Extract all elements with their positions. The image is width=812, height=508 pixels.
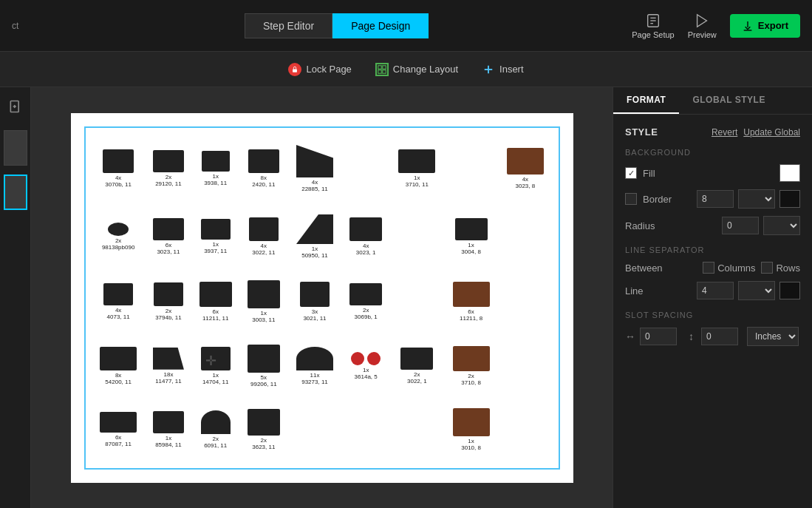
- radius-unit-select[interactable]: [763, 216, 800, 235]
- change-layout-label: Change Layout: [393, 64, 458, 75]
- part-cell: 1x3010, 8: [444, 398, 498, 462]
- part-cell: 6x87087, 11: [92, 398, 146, 462]
- part-cell: 4x22885, 11: [287, 134, 341, 204]
- step-editor-tab[interactable]: Step Editor: [245, 13, 332, 38]
- parts-table: 4x3070b, 11 2x29120, 11 1x3938, 11 8x242…: [92, 134, 553, 462]
- lock-page-button[interactable]: Lock Page: [288, 63, 351, 76]
- slot-unit-select[interactable]: Inches: [747, 327, 799, 346]
- page-thumbnail-1[interactable]: [4, 130, 27, 166]
- slot-v-input[interactable]: [701, 328, 738, 345]
- panel-body: STYLE Revert Update Global BACKGROUND Fi…: [613, 115, 812, 508]
- slot-h-input[interactable]: [640, 328, 677, 345]
- insert-icon: [482, 63, 495, 76]
- change-layout-button[interactable]: Change Layout: [375, 63, 458, 76]
- page-canvas: 4x3070b, 11 2x29120, 11 1x3938, 11 8x242…: [71, 113, 573, 483]
- fill-checkbox[interactable]: [625, 167, 637, 179]
- page-setup-label: Page Setup: [632, 30, 675, 39]
- horizontal-spacing-icon: ↔: [625, 331, 635, 342]
- svg-rect-10: [383, 70, 386, 73]
- between-label: Between: [625, 263, 703, 274]
- preview-button[interactable]: Preview: [688, 13, 717, 39]
- part-cell: 2x3069b, 1: [342, 270, 390, 334]
- canvas-area[interactable]: 4x3070b, 11 2x29120, 11 1x3938, 11 8x242…: [31, 87, 613, 508]
- part-cell: 4x3070b, 11: [92, 134, 146, 204]
- svg-marker-4: [697, 14, 707, 27]
- border-color-picker[interactable]: [779, 190, 800, 208]
- radius-value-input[interactable]: [722, 217, 759, 234]
- part-cell: 2x6091, 11: [191, 398, 239, 462]
- part-cell: [390, 270, 444, 334]
- border-row: Border: [625, 189, 800, 209]
- part-cell: [498, 333, 552, 398]
- border-label: Border: [643, 194, 697, 205]
- part-cell: 1x3938, 11: [191, 134, 239, 204]
- border-checkbox[interactable]: [625, 193, 637, 205]
- part-cell: 2x98138pb090: [92, 203, 146, 269]
- columns-checkbox-wrap: Columns: [703, 262, 755, 274]
- line-value-input[interactable]: [697, 282, 734, 299]
- insert-label: Insert: [499, 64, 524, 75]
- style-header: STYLE Revert Update Global: [625, 126, 800, 138]
- columns-label: Columns: [717, 263, 755, 274]
- part-cell: 18x11477, 11: [146, 333, 191, 398]
- part-cell: 4x3022, 11: [239, 203, 287, 269]
- part-cell: [390, 203, 444, 269]
- tab-global-style[interactable]: GLOBAL STYLE: [679, 87, 778, 114]
- part-cell: [390, 398, 444, 462]
- svg-rect-8: [383, 65, 386, 69]
- part-cell: [342, 398, 390, 462]
- part-cell: 4x4073, 11: [92, 270, 146, 334]
- page-setup-button[interactable]: Page Setup: [632, 13, 675, 39]
- part-cell: [498, 203, 552, 269]
- update-global-link[interactable]: Update Global: [743, 127, 800, 138]
- line-label: Line: [625, 285, 697, 297]
- border-unit-select[interactable]: [738, 189, 775, 209]
- insert-button[interactable]: Insert: [482, 63, 524, 76]
- border-value-input[interactable]: [697, 190, 734, 208]
- part-cell: [498, 398, 552, 462]
- part-cell: ✛ 1x14704, 11: [191, 333, 239, 398]
- toolbar: Lock Page Change Layout Insert: [0, 52, 812, 87]
- line-row: Line: [625, 281, 800, 300]
- background-section-label: BACKGROUND: [625, 148, 800, 157]
- part-cell: 6x11211, 8: [444, 270, 498, 334]
- page-design-tab[interactable]: Page Design: [332, 13, 429, 38]
- revert-link[interactable]: Revert: [712, 127, 737, 138]
- export-button[interactable]: Export: [730, 14, 800, 38]
- fill-row: Fill: [625, 164, 800, 182]
- page-thumbnail-2[interactable]: [4, 175, 27, 210]
- part-cell: 8x54200, 11: [92, 333, 146, 398]
- line-unit-select[interactable]: [738, 281, 775, 300]
- line-color-picker[interactable]: [779, 282, 800, 299]
- part-cell: 2x29120, 11: [146, 134, 191, 204]
- top-bar-actions: Page Setup Preview Export: [632, 13, 800, 39]
- tab-switcher: Step Editor Page Design: [245, 13, 429, 38]
- part-cell: 1x85984, 11: [146, 398, 191, 462]
- rows-checkbox[interactable]: [761, 262, 773, 274]
- part-cell: 1x50950, 11: [287, 203, 341, 269]
- layout-icon: [375, 63, 389, 76]
- part-cell: [498, 270, 552, 334]
- part-cell: [342, 134, 390, 204]
- part-cell: [444, 134, 498, 204]
- top-bar: ct Step Editor Page Design Page Setup Pr…: [0, 0, 812, 52]
- lock-icon: [288, 63, 301, 76]
- lock-page-label: Lock Page: [306, 64, 351, 75]
- rows-checkbox-wrap: Rows: [761, 262, 800, 274]
- part-cell: 5x99206, 11: [239, 333, 287, 398]
- part-cell: 8x2420, 11: [239, 134, 287, 204]
- part-cell: 1x3614a, 5: [342, 333, 390, 398]
- columns-checkbox[interactable]: [703, 262, 714, 274]
- fill-color-picker[interactable]: [779, 164, 800, 182]
- radius-label: Radius: [625, 220, 722, 231]
- style-title: STYLE: [625, 126, 712, 138]
- right-panel: FORMAT GLOBAL STYLE STYLE Revert Update …: [613, 87, 812, 508]
- main-layout: 4x3070b, 11 2x29120, 11 1x3938, 11 8x242…: [0, 87, 812, 508]
- add-page-icon[interactable]: [4, 95, 27, 118]
- tab-format[interactable]: FORMAT: [613, 87, 679, 114]
- part-cell: 11x93273, 11: [287, 333, 341, 398]
- left-sidebar: [0, 87, 31, 508]
- part-cell: 6x11211, 11: [191, 270, 239, 334]
- part-cell: 1x3937, 11: [191, 203, 239, 269]
- line-separator-section-label: LINE SEPARATOR: [625, 245, 800, 254]
